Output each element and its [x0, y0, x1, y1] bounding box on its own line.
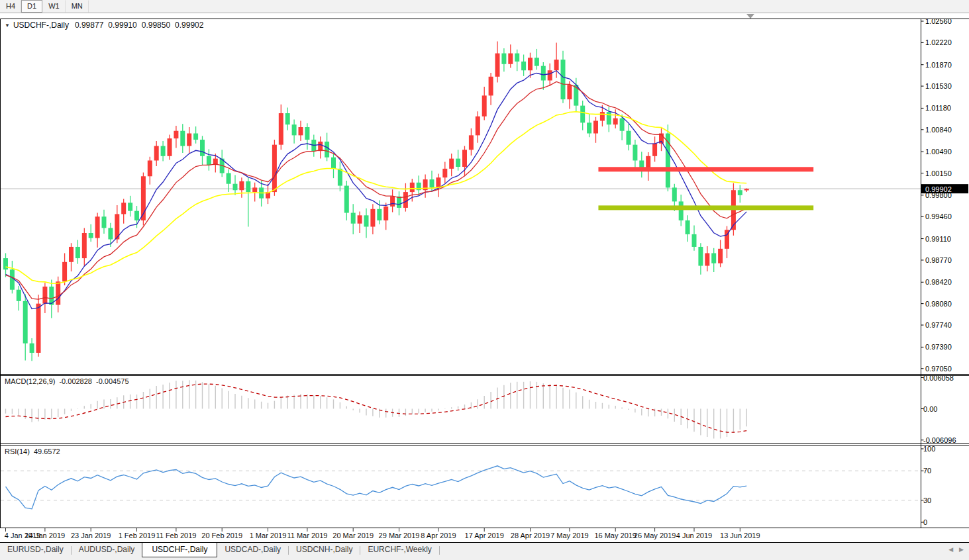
date-axis: 4 Jan 201914 Jan 201923 Jan 20191 Feb 20… — [5, 528, 760, 539]
timeframe-button-d1[interactable]: D1 — [21, 0, 42, 13]
svg-text:20 Mar 2019: 20 Mar 2019 — [332, 532, 374, 539]
candle — [567, 85, 572, 99]
support-line[interactable] — [598, 205, 813, 210]
macd-pane-label: MACD(12,26,9)-0.002828-0.004575 — [5, 377, 133, 385]
candle — [390, 197, 395, 207]
tab-scroll-right-icon[interactable]: ▶ — [959, 547, 964, 553]
rsi-line — [6, 466, 747, 509]
chart-symbol-label: USDCHF-,Daily — [13, 21, 69, 30]
svg-text:-0.006096: -0.006096 — [923, 436, 956, 444]
candle — [744, 189, 749, 190]
timeframe-button-mn[interactable]: MN — [66, 0, 89, 13]
svg-text:0.99110: 0.99110 — [925, 235, 951, 243]
tab-usdchf-daily[interactable]: USDCHF-,Daily — [142, 543, 217, 557]
candle — [292, 124, 297, 135]
timeframe-button-h4[interactable]: H4 — [0, 0, 21, 13]
candle — [30, 344, 34, 353]
svg-text:1 Feb 2019: 1 Feb 2019 — [119, 532, 156, 539]
chart-shift-marker-icon[interactable] — [746, 14, 754, 19]
chart-canvas[interactable]: 1.025601.022201.018701.015301.011801.008… — [0, 0, 969, 560]
tab-eurusd-daily[interactable]: EURUSD-,Daily — [0, 543, 71, 557]
resistance-line[interactable] — [598, 167, 813, 171]
candle — [679, 201, 684, 220]
candle — [89, 233, 93, 238]
tab-eurchf-weekly[interactable]: EURCHF-,Weekly — [360, 543, 438, 557]
candle — [652, 144, 657, 156]
candle — [686, 220, 690, 234]
candle — [358, 215, 362, 223]
svg-text:1.00150: 1.00150 — [925, 169, 952, 177]
svg-text:0.99460: 0.99460 — [925, 212, 952, 220]
svg-text:0.00: 0.00 — [923, 405, 937, 413]
candle — [23, 301, 28, 344]
svg-text:4 Jun 2019: 4 Jun 2019 — [676, 532, 712, 539]
macd-name: MACD(12,26,9) — [5, 377, 55, 385]
svg-text:11 Feb 2019: 11 Feb 2019 — [156, 532, 196, 539]
candle — [489, 77, 493, 96]
candle — [521, 62, 526, 70]
svg-text:0.97740: 0.97740 — [925, 321, 952, 329]
tab-usdcad-daily[interactable]: USDCAD-,Daily — [217, 543, 288, 557]
candle — [200, 140, 205, 156]
candle — [95, 216, 100, 238]
tab-scroll-left-icon[interactable]: ◀ — [948, 547, 953, 553]
svg-text:7 May 2019: 7 May 2019 — [550, 532, 588, 539]
candle — [42, 287, 47, 304]
tab-usdcnh-daily[interactable]: USDCNH-,Daily — [289, 543, 360, 557]
candle — [227, 173, 231, 184]
trading-terminal-window: H4 D1 W1 MN 1.025601.022201.018701.01530… — [0, 0, 969, 560]
svg-text:0.99902: 0.99902 — [925, 185, 952, 193]
candle — [580, 106, 585, 123]
candle — [351, 213, 356, 224]
rsi-name: RSI(14) — [5, 447, 30, 455]
candle — [69, 247, 74, 262]
svg-text:16 May 2019: 16 May 2019 — [594, 532, 637, 539]
ema-fast-line — [6, 71, 747, 309]
svg-text:23 Jan 2019: 23 Jan 2019 — [71, 532, 111, 539]
candle — [128, 203, 132, 210]
candle — [299, 127, 303, 135]
candle — [17, 290, 21, 301]
svg-text:0.97050: 0.97050 — [925, 365, 952, 373]
svg-text:1.02560: 1.02560 — [925, 17, 952, 25]
rsi-axis: 10070300 — [921, 445, 936, 526]
rsi-pane — [1, 466, 921, 509]
candle — [377, 209, 382, 220]
timeframe-button-w1[interactable]: W1 — [42, 0, 66, 13]
candle — [535, 58, 539, 66]
candle — [430, 179, 434, 187]
svg-text:30: 30 — [923, 496, 931, 504]
candle — [548, 70, 552, 80]
chart-menu-arrow-icon[interactable]: ▼ — [5, 23, 10, 28]
svg-text:1.00840: 1.00840 — [925, 126, 952, 134]
candlesticks — [3, 41, 749, 361]
candle — [370, 209, 375, 227]
candle — [515, 54, 519, 62]
svg-text:8 Apr 2019: 8 Apr 2019 — [421, 532, 456, 539]
candle — [233, 184, 238, 191]
candle — [207, 156, 211, 165]
candle — [705, 253, 709, 265]
candle — [403, 192, 408, 208]
svg-text:70: 70 — [923, 467, 931, 475]
svg-text:100: 100 — [923, 445, 935, 453]
candle — [180, 131, 185, 146]
candle — [148, 160, 152, 176]
tab-separator — [439, 546, 440, 555]
candle — [10, 269, 15, 289]
moving-averages — [6, 71, 747, 309]
candle — [508, 54, 513, 64]
candle — [587, 122, 591, 133]
svg-text:0.98080: 0.98080 — [925, 300, 952, 308]
candle — [738, 190, 742, 195]
candle — [482, 95, 487, 116]
macd-value: -0.002828 — [59, 377, 92, 385]
macd-pane — [6, 380, 747, 438]
chart-header: ▼USDCHF-,Daily0.998770.999100.998500.999… — [5, 21, 208, 30]
candle — [331, 158, 336, 169]
candle — [344, 186, 349, 213]
tab-audusd-daily[interactable]: AUDUSD-,Daily — [72, 543, 142, 557]
candle — [528, 58, 533, 70]
candle — [698, 247, 703, 266]
candle — [76, 247, 80, 258]
